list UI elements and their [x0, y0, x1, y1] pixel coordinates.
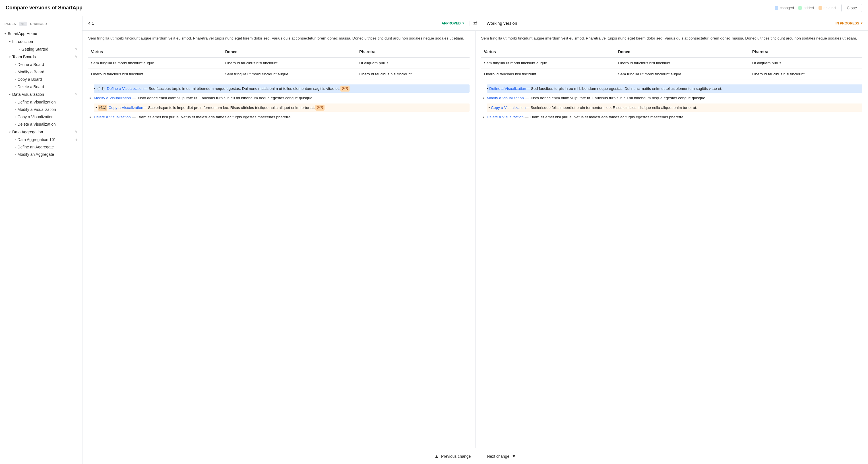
- left-table: Varius Donec Pharetra Sem fringilla ut m…: [88, 47, 470, 80]
- sidebar-label-define-a-board: Define a Board: [18, 62, 44, 67]
- ri-link-4[interactable]: Delete a Visualization: [487, 115, 524, 119]
- li-link-3[interactable]: Copy a Visualization: [108, 104, 143, 111]
- sidebar-item-team-boards[interactable]: ▾ Team Boards ✎: [0, 53, 82, 61]
- bullet-icon: •: [15, 123, 16, 126]
- chevron-icon: ▾: [9, 40, 10, 43]
- sidebar-item-data-aggregation[interactable]: ▾ Data Aggregation ✎: [0, 128, 82, 136]
- bullet-icon: •: [15, 101, 16, 104]
- li-link-1[interactable]: Define a Visualization: [107, 86, 144, 92]
- ri-link-2[interactable]: Modify a Visualization: [487, 96, 524, 100]
- table-row: Sem fringilla ut morbi tincidunt augue L…: [481, 57, 863, 68]
- sidebar-item-copy-vis[interactable]: • Copy a Visualization: [0, 113, 82, 121]
- added-label: added: [803, 6, 814, 10]
- chevron-down-icon-right: ▾: [861, 22, 862, 25]
- sidebar-item-delete-vis[interactable]: • Delete a Visualization: [0, 121, 82, 128]
- edit-icon[interactable]: ✎: [75, 47, 78, 51]
- list-bullet: •: [94, 86, 95, 92]
- right-pane-header: Working version IN PROGRESS ▾: [481, 21, 868, 26]
- right-td-2-1: Libero id faucibus nisl tincidunt: [481, 68, 615, 80]
- li-link-2[interactable]: Modify a Visualization: [94, 96, 131, 100]
- left-diff-pane: Sem fringilla ut morbi tincidunt augue i…: [83, 31, 475, 448]
- changed-dot: [775, 6, 778, 10]
- prev-change-button[interactable]: ▲ Previous change: [426, 451, 479, 462]
- ri-text-3: — Scelerisque felis imperdiet proin ferm…: [526, 104, 697, 111]
- ri-link-3[interactable]: Copy a Visualization: [491, 104, 526, 111]
- sidebar-item-modify-aggregate[interactable]: • Modify an Aggregate: [0, 151, 82, 158]
- ri-text-1: — Sed faucibus turpis in eu mi bibendum …: [526, 86, 722, 92]
- sidebar-item-smartapp-home[interactable]: ▾ SmartApp Home: [0, 30, 82, 37]
- right-td-1-1: Sem fringilla ut morbi tincidunt augue: [481, 57, 615, 68]
- ri-link-1[interactable]: Define a Visualization: [489, 86, 526, 92]
- li-tag-3: (4.1): [315, 104, 325, 111]
- list-item: Modify a Visualization — Justo donec eni…: [487, 95, 863, 101]
- sidebar-item-delete-a-board[interactable]: • Delete a Board: [0, 83, 82, 90]
- sidebar-item-define-a-board[interactable]: • Define a Board: [0, 61, 82, 68]
- left-pane-header: 4.1 APPROVED ▾: [83, 21, 470, 26]
- main-layout: PAGES 11 CHANGED ▾ SmartApp Home ▾ Intro…: [0, 16, 868, 464]
- left-para: Sem fringilla ut morbi tincidunt augue i…: [88, 35, 470, 42]
- left-status-badge[interactable]: APPROVED ▾: [442, 21, 464, 25]
- sidebar-item-modify-vis[interactable]: • Modify a Visualization: [0, 106, 82, 113]
- sidebar-item-introduction[interactable]: ▾ Introduction: [0, 37, 82, 45]
- left-version-label: 4.1: [88, 21, 94, 26]
- changed-label: CHANGED: [30, 22, 47, 26]
- list-item: Delete a Visualization — Etiam sit amet …: [94, 114, 470, 120]
- bullet-icon: •: [15, 138, 16, 141]
- list-item: • (4.1) Copy a Visualization — Scelerisq…: [94, 103, 470, 112]
- diff-body: Sem fringilla ut morbi tincidunt augue i…: [83, 31, 868, 448]
- bullet-icon: •: [15, 85, 16, 88]
- right-td-1-3: Ut aliquam purus: [749, 57, 862, 68]
- deleted-dot: [818, 6, 822, 10]
- bullet-icon: •: [15, 70, 16, 74]
- sidebar-item-modify-a-board[interactable]: • Modify a Board: [0, 68, 82, 75]
- bullet-icon: •: [15, 63, 16, 66]
- sidebar-label-data-aggregation: Data Aggregation: [12, 130, 43, 134]
- sidebar-label-modify-aggregate: Modify an Aggregate: [18, 152, 54, 157]
- sidebar-label-introduction: Introduction: [12, 39, 33, 44]
- app-title: Compare versions of SmartApp: [6, 5, 83, 11]
- chevron-down-icon: ▾: [462, 22, 464, 25]
- plus-icon[interactable]: +: [75, 137, 78, 142]
- list-item: • Define a Visualization — Sed faucibus …: [487, 85, 863, 93]
- table-row: Libero id faucibus nisl tincidunt Sem fr…: [88, 68, 470, 80]
- sidebar-label-modify-a-board: Modify a Board: [18, 70, 44, 74]
- left-th-donec: Donec: [222, 47, 356, 57]
- swap-icon[interactable]: ⇄: [470, 20, 481, 26]
- left-td-1-3: Ut aliquam purus: [356, 57, 469, 68]
- sidebar-item-getting-started[interactable]: • Getting Started ✎: [0, 45, 82, 53]
- right-td-2-2: Sem fringilla ut morbi tincidunt augue: [615, 68, 749, 80]
- sidebar-item-copy-a-board[interactable]: • Copy a Board: [0, 75, 82, 83]
- diff-header: 4.1 APPROVED ▾ ⇄ Working version IN PROG…: [83, 16, 868, 31]
- sidebar-label-delete-vis: Delete a Visualization: [18, 122, 56, 126]
- sidebar-item-define-aggregate[interactable]: • Define an Aggregate: [0, 143, 82, 151]
- sidebar-item-da-101[interactable]: • Data Aggregation 101 +: [0, 136, 82, 143]
- sidebar-label-define-aggregate: Define an Aggregate: [18, 145, 54, 149]
- right-version-label: Working version: [487, 21, 517, 26]
- right-status-label: IN PROGRESS: [836, 21, 859, 25]
- app-header: Compare versions of SmartApp changed add…: [0, 0, 868, 16]
- li-link-4[interactable]: Delete a Visualization: [94, 115, 131, 119]
- legend-deleted: deleted: [818, 6, 836, 10]
- edit-icon-da[interactable]: ✎: [75, 130, 78, 134]
- next-change-button[interactable]: Next change ▼: [479, 451, 524, 462]
- bottom-nav: ▲ Previous change Next change ▼: [83, 448, 868, 464]
- content-area: 4.1 APPROVED ▾ ⇄ Working version IN PROG…: [83, 16, 868, 464]
- deleted-label: deleted: [824, 6, 836, 10]
- changed-label: changed: [780, 6, 794, 10]
- sidebar-item-define-vis[interactable]: • Define a Visualization: [0, 98, 82, 106]
- chevron-icon: ▾: [9, 56, 10, 59]
- sidebar-label-data-visualization: Data Visualization: [12, 92, 44, 97]
- edit-icon-dv[interactable]: ✎: [75, 92, 78, 96]
- list-item: • (4.1) Define a Visualization — Sed fau…: [94, 85, 470, 93]
- up-arrow-icon: ▲: [434, 454, 439, 459]
- bullet-icon: •: [15, 108, 16, 111]
- close-button[interactable]: Close: [841, 4, 862, 12]
- chevron-icon: ▾: [9, 130, 10, 134]
- edit-icon-team-boards[interactable]: ✎: [75, 55, 78, 59]
- right-th-donec: Donec: [615, 47, 749, 57]
- sidebar-item-data-visualization[interactable]: ▾ Data Visualization ✎: [0, 90, 82, 98]
- right-status-badge[interactable]: IN PROGRESS ▾: [836, 21, 862, 25]
- ri-text-4: — Etiam sit amet nisl purus. Netus et ma…: [525, 115, 683, 119]
- bullet-icon: •: [15, 153, 16, 156]
- left-td-2-3: Libero id faucibus nisl tincidunt: [356, 68, 469, 80]
